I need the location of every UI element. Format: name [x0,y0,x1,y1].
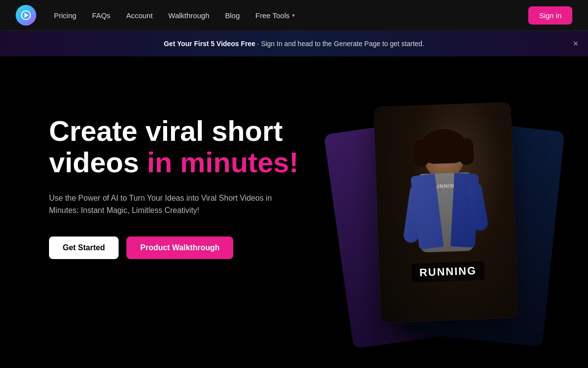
nav-links: Pricing FAQs Account Walkthrough Blog Fr… [54,11,295,20]
nav-link-pricing[interactable]: Pricing [54,11,76,20]
nav-link-account[interactable]: Account [126,11,152,20]
hero-content: Create viral short videos in minutes! Us… [49,96,298,259]
logo-icon [21,10,31,20]
product-walkthrough-button[interactable]: Product Walkthrough [126,237,233,259]
navbar: Pricing FAQs Account Walkthrough Blog Fr… [0,0,588,31]
nav-link-blog[interactable]: Blog [225,11,240,20]
nav-link-free-tools[interactable]: Free Tools ▾ [255,11,295,20]
banner-detail-text: Sign In and head to the Generate Page to… [261,40,424,48]
banner-bold-text: Get Your First 5 Videos Free [164,40,255,48]
hero-subtitle: Use the Power of AI to Turn Your Ideas i… [49,192,274,217]
banner-separator: · [257,40,259,48]
card-front: RUNNING RUNNING [373,102,518,323]
logo[interactable] [16,5,36,26]
hero-title: Create viral short videos in minutes! [49,115,298,178]
announcement-banner: Get Your First 5 Videos Free · Sign In a… [0,31,588,56]
chevron-down-icon: ▾ [292,12,295,19]
navbar-left: Pricing FAQs Account Walkthrough Blog Fr… [16,5,295,26]
hero-title-line1: Create viral short [49,115,283,147]
banner-message: Get Your First 5 Videos Free · Sign In a… [164,40,424,48]
person-figure: RUNNING [394,132,498,322]
banner-close-button[interactable]: × [573,39,578,49]
jacket-left [411,173,444,249]
hero-section: Create viral short videos in minutes! Us… [0,56,588,368]
hero-title-line2-plain: videos [49,146,139,178]
hero-visual: RUNNING RUNNING [304,56,588,368]
get-started-button[interactable]: Get Started [49,237,119,259]
running-text-overlay: RUNNING [411,261,485,282]
hero-buttons: Get Started Product Walkthrough [49,237,298,259]
nav-link-faqs[interactable]: FAQs [92,11,111,20]
nav-link-walkthrough[interactable]: Walkthrough [169,11,210,20]
sign-in-button[interactable]: Sign in [528,6,572,25]
hero-title-accent: in minutes! [147,146,298,178]
cards-stack: RUNNING RUNNING [368,105,524,340]
